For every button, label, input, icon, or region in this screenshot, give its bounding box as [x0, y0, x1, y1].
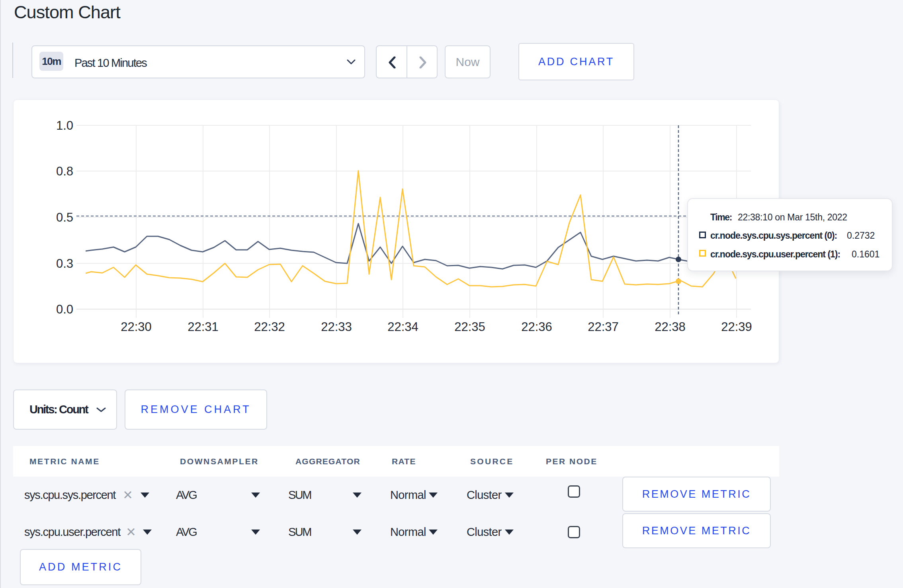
svg-text:22:38: 22:38	[655, 320, 686, 334]
svg-text:22:30: 22:30	[121, 320, 152, 334]
svg-text:0.5: 0.5	[56, 210, 73, 224]
svg-text:1.0: 1.0	[56, 119, 73, 132]
svg-text:22:31: 22:31	[188, 320, 219, 334]
svg-text:0.3: 0.3	[56, 257, 73, 271]
svg-text:22:37: 22:37	[588, 320, 619, 334]
svg-text:22:32: 22:32	[254, 320, 285, 334]
svg-text:0.0: 0.0	[56, 302, 73, 316]
svg-text:22:39: 22:39	[721, 320, 752, 334]
svg-text:22:33: 22:33	[321, 320, 352, 334]
svg-text:22:36: 22:36	[521, 320, 552, 334]
svg-text:22:35: 22:35	[454, 320, 485, 334]
svg-text:0.8: 0.8	[56, 164, 73, 178]
svg-text:22:34: 22:34	[387, 320, 418, 334]
